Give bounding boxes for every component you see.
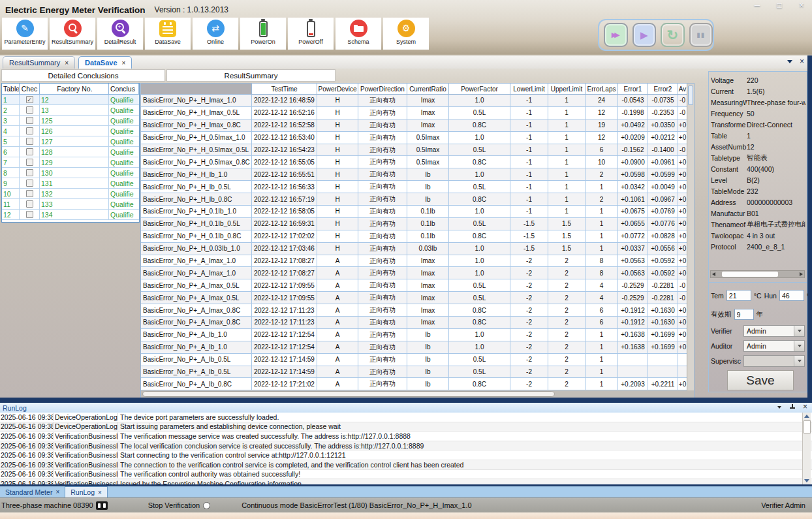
results-col-upperlimit[interactable]: UpperLimit xyxy=(548,84,586,95)
results-col-currentratio[interactable]: CurrentRatio xyxy=(407,84,449,95)
pin-icon[interactable] xyxy=(789,404,795,410)
toolbar-button-system[interactable]: ⚙System xyxy=(383,18,429,50)
results-table-row[interactable]: BasicError_No_P+_A_Imax_0.8C2022-12-12 1… xyxy=(141,304,687,317)
checkbox[interactable] xyxy=(26,180,33,187)
results-table-row[interactable]: BasicError_No_P+_A_Imax_0.8C2022-12-12 1… xyxy=(141,317,687,329)
results-table-row[interactable]: BasicError_No_P+_A_Imax_1.02022-12-12 17… xyxy=(141,267,687,279)
checkbox[interactable] xyxy=(26,190,33,197)
conclusion-row[interactable]: 5127Qualifie xyxy=(2,136,139,147)
conclusions-column-header[interactable]: Table xyxy=(2,84,20,94)
conclusions-column-header[interactable]: Conclus xyxy=(109,84,139,94)
toolbar-button-parameter-entry[interactable]: ✎ParameterEntry xyxy=(2,18,48,50)
validity-input[interactable] xyxy=(734,309,754,320)
supervisor-dropdown[interactable] xyxy=(743,355,805,367)
tab-group-close-icon[interactable]: × xyxy=(800,58,804,65)
device-hscroll-thumb[interactable] xyxy=(722,272,778,277)
conclusion-row[interactable]: 7129Qualifie xyxy=(2,157,139,168)
results-table-row[interactable]: BasicError_No_P+_A_Ib_0.5L2022-12-12 17:… xyxy=(141,366,687,379)
checkbox[interactable] xyxy=(26,211,33,218)
close-icon[interactable]: × xyxy=(794,1,809,10)
tab-overflow-icon[interactable] xyxy=(787,60,792,63)
tab-close-icon[interactable]: × xyxy=(65,59,69,67)
results-table-row[interactable]: BasicError_No_P+_H_Imax_1.02022-12-12 16… xyxy=(141,95,687,107)
results-table-row[interactable]: BasicError_No_P+_A_Ib_0.5L2022-12-12 17:… xyxy=(141,354,687,366)
log-row[interactable]: 2025-06-16 09:38:33VerificationBusinessL… xyxy=(0,470,812,480)
checkbox[interactable] xyxy=(26,117,33,124)
minimize-icon[interactable]: ─ xyxy=(750,1,764,10)
tab-close-icon[interactable]: × xyxy=(98,489,102,496)
results-table-row[interactable]: BasicError_No_P+_H_0.1Ib_1.02022-12-12 1… xyxy=(141,206,687,218)
results-col-powerdirection[interactable]: PowerDirection xyxy=(358,84,407,95)
verifier-dropdown[interactable]: Admin xyxy=(743,325,805,337)
tab-close-icon[interactable]: × xyxy=(122,59,126,67)
results-table-row[interactable]: BasicError_No_P+_H_Ib_0.5L2022-12-12 16:… xyxy=(141,181,687,193)
results-col-lowerlimit[interactable]: LowerLimit xyxy=(510,84,548,95)
toolbar-button-data-save[interactable]: DataSave xyxy=(145,18,191,50)
conclusion-row[interactable]: 12134Qualifie xyxy=(2,210,139,220)
checkbox[interactable] xyxy=(26,106,33,114)
maximize-icon[interactable]: □ xyxy=(772,1,787,10)
toolbar-button-online[interactable]: ⇄Online xyxy=(193,18,238,50)
results-table-row[interactable]: BasicError_No_P+_A_Imax_0.5L2022-12-12 1… xyxy=(141,279,687,292)
save-button[interactable]: Save xyxy=(727,370,794,390)
results-table-row[interactable]: BasicError_No_P+_A_Ib_1.02022-12-12 17:1… xyxy=(141,329,687,341)
results-table-row[interactable]: BasicError_No_P+_H_0.1Ib_0.5L2022-12-12 … xyxy=(141,218,687,230)
results-col-av[interactable]: Av xyxy=(678,84,687,95)
toolbar-button-result-summary[interactable]: ResultSummary xyxy=(50,18,95,50)
results-table-row[interactable]: BasicError_No_P+_H_Ib_0.8C2022-12-12 16:… xyxy=(141,193,687,206)
checkbox[interactable] xyxy=(26,138,33,145)
conclusion-row[interactable]: 4126Qualifie xyxy=(2,126,139,136)
panel-menu-icon[interactable] xyxy=(777,406,781,409)
tab-runlog[interactable]: RunLog × xyxy=(65,486,108,497)
runlog-vscroll-thumb[interactable] xyxy=(804,420,811,433)
results-col-error2[interactable]: Error2 xyxy=(648,84,678,95)
log-row[interactable]: 2025-06-16 09:38:33VerificationBusinessL… xyxy=(0,460,812,470)
dropdown-button[interactable] xyxy=(794,341,804,351)
device-panel-horizontal-scrollbar[interactable] xyxy=(710,270,805,278)
stop-verification-control[interactable]: Stop Verification xyxy=(148,501,211,509)
humidity-input[interactable] xyxy=(779,290,804,301)
tab-standard-meter[interactable]: Standard Meter × xyxy=(0,486,65,497)
results-col-blank[interactable] xyxy=(141,84,252,95)
results-table-row[interactable]: BasicError_No_P+_H_0.1Ib_0.8C2022-12-12 … xyxy=(141,230,687,243)
results-table-row[interactable]: BasicError_No_P+_H_Imax_0.5L2022-12-12 1… xyxy=(141,107,687,119)
checkbox[interactable]: ✓ xyxy=(26,96,33,103)
log-row[interactable]: 2025-06-16 09:38:29VerificationBusinessL… xyxy=(0,432,812,441)
checkbox[interactable] xyxy=(26,148,33,155)
dropdown-button[interactable] xyxy=(794,326,804,336)
checkbox[interactable] xyxy=(26,159,33,166)
results-table-row[interactable]: BasicError_No_P+_H_Ib_1.02022-12-12 16:5… xyxy=(141,168,687,181)
conclusion-row[interactable]: 213Qualifie xyxy=(2,105,139,116)
conclusions-column-header[interactable]: Chec xyxy=(20,84,40,94)
results-table-row[interactable]: BasicError_No_P+_A_Imax_1.02022-12-12 17… xyxy=(141,255,687,268)
results-table-row[interactable]: BasicError_No_P+_A_Ib_0.8C2022-12-12 17:… xyxy=(141,378,687,390)
results-col-error1[interactable]: Error1 xyxy=(618,84,648,95)
auditor-dropdown[interactable]: Admin xyxy=(743,340,805,352)
results-col-errorlaps[interactable]: ErrorLaps xyxy=(586,84,618,95)
temperature-input[interactable] xyxy=(726,290,751,301)
log-row[interactable]: 2025-06-16 09:38:32VerificationBusinessL… xyxy=(0,450,812,460)
repeat-button[interactable]: ↻ xyxy=(661,23,684,47)
toolbar-button-detail-result[interactable]: DetailResult xyxy=(97,18,143,50)
results-table-row[interactable]: BasicError_No_P+_H_Imax_0.8C2022-12-12 1… xyxy=(141,119,687,132)
conclusion-row[interactable]: 6128Qualifie xyxy=(2,147,139,157)
conclusions-column-header[interactable]: Factory No. xyxy=(40,84,109,94)
results-horizontal-scrollbar[interactable] xyxy=(141,390,694,398)
log-row[interactable]: 2025-06-16 09:38:29DeviceOperationLogsSt… xyxy=(0,422,812,432)
toolbar-button-power-off[interactable]: PowerOff xyxy=(288,18,334,50)
runlog-vertical-scrollbar[interactable] xyxy=(802,413,811,484)
dropdown-button[interactable] xyxy=(794,356,804,366)
scroll-up-icon[interactable] xyxy=(804,415,809,418)
conclusion-row[interactable]: 8130Qualifie xyxy=(2,168,139,178)
checkbox[interactable] xyxy=(26,169,33,176)
panel-close-icon[interactable]: × xyxy=(803,404,807,410)
log-row[interactable]: 2025-06-16 09:38:33VerificationBusinessL… xyxy=(0,479,812,484)
play-button[interactable]: ▶ xyxy=(632,23,656,47)
conclusion-row[interactable]: 9131Qualifie xyxy=(2,178,139,189)
results-table-row[interactable]: BasicError_No_P+_H_0.5Imax_1.02022-12-12… xyxy=(141,132,687,144)
log-row[interactable]: 2025-06-16 09:38:29VerificationBusinessL… xyxy=(0,441,812,451)
pause-button[interactable]: ▮▮ xyxy=(689,23,713,47)
checkbox[interactable] xyxy=(26,200,33,208)
results-table-row[interactable]: BasicError_No_P+_H_0.5Imax_0.8C2022-12-1… xyxy=(141,156,687,168)
scroll-right-icon[interactable] xyxy=(800,272,803,276)
